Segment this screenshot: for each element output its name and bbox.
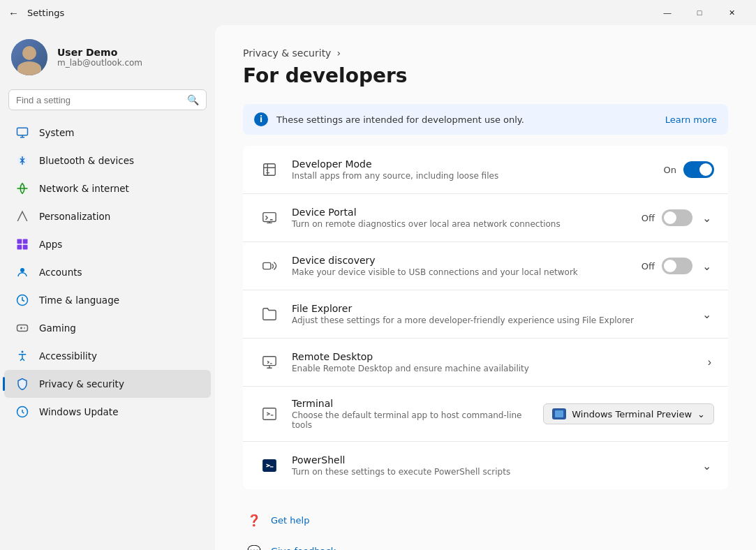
device-portal-toggle[interactable]: [662, 209, 692, 226]
device-discovery-text: Device discovery Make your device visibl…: [292, 255, 642, 277]
device-portal-expand-button[interactable]: ⌄: [699, 209, 714, 228]
sidebar-item-bluetooth[interactable]: Bluetooth & devices: [4, 147, 211, 174]
user-email: m_lab@outlook.com: [57, 58, 142, 68]
terminal-title: Terminal: [292, 398, 543, 409]
breadcrumb-parent: Privacy & security: [243, 47, 331, 59]
info-banner-left: i These settings are intended for develo…: [254, 112, 524, 126]
setting-row-device-portal[interactable]: Device Portal Turn on remote diagnostics…: [243, 194, 728, 242]
setting-row-file-explorer[interactable]: File Explorer Adjust these settings for …: [243, 290, 728, 339]
close-button[interactable]: ✕: [716, 1, 748, 24]
privacy-nav-label: Privacy & security: [39, 378, 124, 389]
device-discovery-toggle[interactable]: [662, 258, 692, 274]
personalization-nav-icon: [15, 209, 29, 223]
svg-rect-3: [17, 239, 22, 244]
title-bar-left: ← Settings: [8, 7, 64, 19]
developer-mode-text: Developer Mode Install apps from any sou…: [292, 158, 664, 181]
sidebar-item-network[interactable]: Network & internet: [4, 174, 211, 202]
system-nav-label: System: [39, 127, 74, 138]
sidebar-item-update[interactable]: Windows Update: [4, 398, 211, 426]
setting-row-developer-mode[interactable]: Developer Mode Install apps from any sou…: [243, 146, 728, 194]
info-icon: i: [254, 112, 268, 126]
remote-desktop-arrow-button[interactable]: ›: [705, 353, 714, 371]
gaming-nav-icon: [15, 321, 29, 335]
remote-desktop-text: Remote Desktop Enable Remote Desktop and…: [292, 351, 705, 373]
setting-row-remote-desktop[interactable]: Remote Desktop Enable Remote Desktop and…: [243, 339, 728, 387]
sidebar-item-system[interactable]: System: [4, 119, 211, 147]
powershell-expand-button[interactable]: ⌄: [699, 456, 714, 475]
window-controls: — □ ✕: [651, 1, 748, 24]
device-discovery-expand-button[interactable]: ⌄: [699, 257, 714, 276]
page-title: For developers: [243, 64, 728, 87]
nav-list: System Bluetooth & devices Network & int…: [0, 119, 215, 426]
file-explorer-control: ⌄: [699, 305, 714, 324]
setting-row-device-discovery[interactable]: Device discovery Make your device visibl…: [243, 242, 728, 290]
sidebar-item-time[interactable]: Time & language: [4, 286, 211, 314]
device-discovery-desc: Make your device visible to USB connecti…: [292, 267, 642, 277]
terminal-dropdown-icon: [552, 408, 566, 419]
device-portal-desc: Turn on remote diagnostics over local ar…: [292, 219, 642, 229]
remote-desktop-icon: [257, 350, 282, 375]
learn-more-link[interactable]: Learn more: [665, 114, 717, 125]
sidebar-item-gaming[interactable]: Gaming: [4, 314, 211, 342]
accounts-nav-icon: [15, 265, 29, 279]
svg-rect-14: [263, 357, 276, 366]
svg-rect-5: [17, 245, 22, 250]
app-container: User Demo m_lab@outlook.com 🔍 System Blu…: [0, 25, 756, 550]
setting-row-powershell[interactable]: PowerShell Turn on these settings to exe…: [243, 442, 728, 489]
system-nav-icon: [15, 126, 29, 140]
search-input[interactable]: [16, 95, 181, 105]
bluetooth-nav-label: Bluetooth & devices: [39, 155, 134, 166]
device-discovery-control: Off ⌄: [642, 257, 714, 276]
give-feedback-label: Give feedback: [271, 546, 336, 551]
minimize-button[interactable]: —: [651, 1, 683, 24]
maximize-button[interactable]: □: [683, 1, 716, 24]
powershell-control: ⌄: [699, 456, 714, 475]
get-help-link[interactable]: ❓ Get help: [243, 506, 728, 534]
terminal-dropdown[interactable]: Windows Terminal Preview ⌄: [543, 403, 714, 424]
svg-rect-6: [23, 245, 28, 250]
file-explorer-expand-button[interactable]: ⌄: [699, 305, 714, 324]
breadcrumb: Privacy & security ›: [243, 47, 728, 59]
breadcrumb-separator: ›: [336, 47, 341, 59]
powershell-title: PowerShell: [292, 454, 699, 466]
developer-mode-toggle[interactable]: [683, 161, 714, 178]
give-feedback-link[interactable]: 💬 Give feedback: [243, 537, 728, 550]
svg-rect-0: [17, 128, 28, 135]
sidebar-item-accessibility[interactable]: Accessibility: [4, 342, 211, 370]
setting-row-terminal[interactable]: Terminal Choose the default terminal app…: [243, 387, 728, 442]
get-help-label: Get help: [271, 515, 309, 526]
user-name: User Demo: [57, 47, 142, 58]
powershell-text: PowerShell Turn on these settings to exe…: [292, 454, 699, 477]
terminal-dropdown-chevron: ⌄: [697, 409, 705, 419]
sidebar-item-privacy[interactable]: Privacy & security: [4, 370, 211, 398]
time-nav-icon: [15, 293, 29, 307]
sidebar-item-accounts[interactable]: Accounts: [4, 258, 211, 286]
terminal-dropdown-icon-inner: [555, 410, 563, 417]
device-portal-toggle-thumb: [664, 211, 676, 224]
device-portal-toggle-label: Off: [642, 213, 655, 223]
info-banner: i These settings are intended for develo…: [243, 104, 728, 135]
sidebar-item-personalization[interactable]: Personalization: [4, 202, 211, 230]
avatar: [11, 39, 47, 75]
user-section: User Demo m_lab@outlook.com: [0, 31, 215, 89]
apps-nav-icon: [15, 237, 29, 251]
search-box[interactable]: 🔍: [8, 89, 207, 110]
svg-point-7: [20, 268, 24, 272]
back-button[interactable]: ←: [8, 7, 19, 19]
developer-mode-title: Developer Mode: [292, 158, 664, 170]
personalization-nav-label: Personalization: [39, 211, 110, 222]
developer-mode-control: On: [664, 161, 714, 178]
device-discovery-toggle-thumb: [664, 260, 676, 272]
terminal-control: Windows Terminal Preview ⌄: [543, 403, 714, 424]
developer-mode-toggle-label: On: [664, 165, 676, 175]
device-discovery-title: Device discovery: [292, 255, 642, 266]
svg-point-10: [22, 351, 24, 353]
device-discovery-icon: [257, 253, 282, 278]
gaming-nav-label: Gaming: [39, 322, 76, 334]
bluetooth-nav-icon: [15, 154, 29, 168]
app-title: Settings: [27, 8, 64, 18]
privacy-nav-icon: [15, 377, 29, 391]
device-portal-title: Device Portal: [292, 207, 642, 218]
sidebar-item-apps[interactable]: Apps: [4, 230, 211, 258]
file-explorer-icon: [257, 302, 282, 327]
